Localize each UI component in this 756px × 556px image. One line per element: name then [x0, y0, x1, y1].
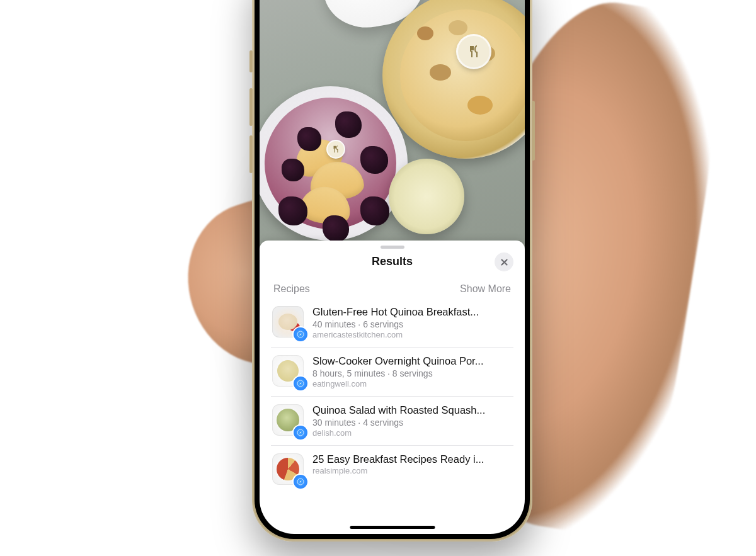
result-row[interactable]: 25 Easy Breakfast Recipes Ready i... rea…: [271, 445, 513, 492]
result-title: Quinoa Salad with Roasted Squash...: [312, 404, 512, 416]
result-row[interactable]: Quinoa Salad with Roasted Squash... 30 m…: [271, 396, 513, 445]
iphone-device-frame: Results Recipes Show More: [252, 0, 532, 542]
result-subtitle: 30 minutes · 4 servings: [312, 417, 512, 428]
section-title: Recipes: [273, 283, 310, 295]
utensils-icon: [331, 145, 340, 154]
result-title: Gluten-Free Hot Quinoa Breakfast...: [312, 306, 512, 318]
sheet-grabber[interactable]: [381, 246, 404, 249]
home-indicator[interactable]: [350, 526, 435, 529]
result-title: 25 Easy Breakfast Recipes Ready i...: [312, 453, 512, 465]
visual-lookup-badge[interactable]: [458, 36, 490, 67]
safari-icon: [294, 426, 307, 440]
result-source: realsimple.com: [312, 466, 512, 475]
visual-lookup-photo: [260, 0, 525, 259]
sheet-title: Results: [372, 255, 413, 268]
safari-icon: [294, 475, 307, 489]
screen: Results Recipes Show More: [260, 0, 525, 534]
safari-icon: [294, 377, 307, 390]
result-source: delish.com: [312, 428, 512, 438]
result-source: americastestkitchen.com: [312, 330, 512, 339]
close-icon: [500, 258, 508, 266]
result-subtitle: 40 minutes · 6 servings: [312, 319, 512, 329]
result-title: Slow-Cooker Overnight Quinoa Por...: [312, 355, 512, 367]
show-more-button[interactable]: Show More: [460, 283, 511, 295]
results-list: Gluten-Free Hot Quinoa Breakfast... 40 m…: [260, 298, 525, 492]
close-button[interactable]: [495, 252, 513, 271]
result-subtitle: 8 hours, 5 minutes · 8 servings: [312, 368, 512, 378]
result-row[interactable]: Slow-Cooker Overnight Quinoa Por... 8 ho…: [271, 347, 513, 396]
result-row[interactable]: Gluten-Free Hot Quinoa Breakfast... 40 m…: [271, 298, 513, 347]
results-sheet: Results Recipes Show More: [260, 241, 525, 534]
visual-lookup-badge[interactable]: [328, 141, 344, 157]
result-source: eatingwell.com: [312, 379, 512, 389]
utensils-icon: [466, 44, 481, 59]
safari-icon: [294, 327, 307, 341]
